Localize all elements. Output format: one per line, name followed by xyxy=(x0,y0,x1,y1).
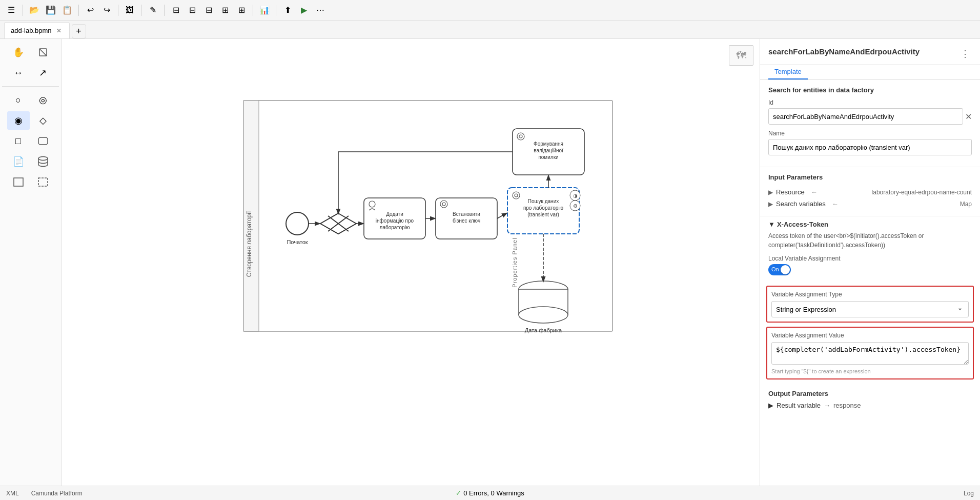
svg-text:лабораторію: лабораторію xyxy=(380,225,410,230)
tool-divider-1 xyxy=(2,86,59,87)
align-right-button[interactable]: ⊟ xyxy=(201,3,216,17)
svg-text:валідаційної: валідаційної xyxy=(534,148,563,153)
x-access-token-chevron: ▼ xyxy=(768,221,775,228)
x-access-token-section: ▼ X-Access-Token Access token of the use… xyxy=(760,216,980,286)
name-input[interactable] xyxy=(768,139,972,155)
separator-7 xyxy=(276,5,276,16)
svg-line-1 xyxy=(39,49,47,56)
search-vars-label: Search variables xyxy=(776,200,826,208)
tool-row-6: 📄 xyxy=(7,152,54,171)
properties-header: searchForLabByNameAndEdrpouActivity ⋮ xyxy=(760,39,980,65)
tab-close-button[interactable]: ✕ xyxy=(55,27,63,35)
rect-round-tool[interactable] xyxy=(32,132,54,150)
tab-template[interactable]: Template xyxy=(768,65,808,79)
properties-tabs: Template xyxy=(760,65,980,80)
svg-rect-24 xyxy=(507,188,579,234)
local-var-row: On xyxy=(768,264,972,275)
errors-status: ✓ 0 Errors, 0 Warnings xyxy=(456,489,524,497)
svg-text:Формування: Формування xyxy=(534,141,563,147)
tab-label: add-lab.bpmn xyxy=(11,27,52,34)
redo-button[interactable]: ↪ xyxy=(99,3,114,17)
run-button[interactable]: ▶ xyxy=(297,3,311,17)
name-label: Name xyxy=(768,130,972,137)
saveas-button[interactable]: 📋 xyxy=(60,3,74,17)
lasso-tool[interactable] xyxy=(32,43,54,62)
svg-text:⚙: ⚙ xyxy=(573,203,578,209)
new-tab-button[interactable]: + xyxy=(72,24,86,38)
save-button[interactable]: 💾 xyxy=(44,3,58,17)
svg-text:про лабораторію: про лабораторію xyxy=(523,205,564,211)
separator-4 xyxy=(141,5,141,16)
xml-label[interactable]: XML xyxy=(6,490,19,497)
resource-row[interactable]: ▶ Resource ← laboratory-equal-edrpou-nam… xyxy=(768,186,972,198)
result-expand-icon: ▶ xyxy=(768,402,773,409)
align-left-button[interactable]: ⊟ xyxy=(169,3,183,17)
undo-button[interactable]: ↩ xyxy=(83,3,97,17)
resource-arrow: ← xyxy=(811,188,818,196)
var-assign-type-select[interactable]: String or Expression List Map xyxy=(771,301,969,317)
id-input[interactable] xyxy=(768,108,963,125)
var-assign-value-label: Variable Assignment Value xyxy=(771,332,969,339)
separator-1 xyxy=(23,5,23,16)
svg-point-3 xyxy=(38,157,48,161)
local-var-label: Local Variable Assignment xyxy=(768,255,972,262)
tool-row-3: ○ ◎ xyxy=(7,91,54,109)
connect-tool[interactable]: ↗ xyxy=(32,64,54,82)
errors-label: 0 Errors, 0 Warnings xyxy=(463,489,524,497)
frame-tool[interactable] xyxy=(7,173,30,191)
input-params-title: Input Parameters xyxy=(768,173,972,181)
statusbar: XML Camunda Platform ✓ 0 Errors, 0 Warni… xyxy=(0,486,980,500)
result-var-row[interactable]: ▶ Result variable → response xyxy=(768,402,972,409)
local-var-toggle[interactable]: On xyxy=(768,264,791,275)
open-button[interactable]: 📂 xyxy=(27,3,42,17)
properties-panel: searchForLabByNameAndEdrpouActivity ⋮ Te… xyxy=(760,39,980,486)
id-label: Id xyxy=(768,99,972,106)
doc-tool[interactable]: 📄 xyxy=(7,152,30,171)
edit-button[interactable]: ✎ xyxy=(146,3,160,17)
space-tool[interactable]: ↔ xyxy=(7,64,30,82)
section-title: Search for entities in data factory xyxy=(768,86,972,94)
x-access-token-label: X-Access-Token xyxy=(777,221,828,228)
distribute-v-button[interactable]: ⊞ xyxy=(218,3,232,17)
x-access-token-collapse[interactable]: ▼ X-Access-Token xyxy=(768,221,972,228)
svg-text:Початок: Початок xyxy=(287,239,308,245)
search-vars-row[interactable]: ▶ Search variables ← Map xyxy=(768,198,972,210)
var-assign-value-section: Variable Assignment Value ${completer('a… xyxy=(766,327,974,379)
result-var-arrow: → xyxy=(824,402,830,409)
id-clear-button[interactable]: ✕ xyxy=(965,112,972,122)
var-assign-type-label: Variable Assignment Type xyxy=(771,291,969,298)
menu-button[interactable]: ☰ xyxy=(4,3,18,17)
hand-tool[interactable]: ✋ xyxy=(7,43,30,62)
separator-2 xyxy=(78,5,79,16)
lasso2-tool[interactable] xyxy=(32,173,54,191)
svg-point-38 xyxy=(519,307,568,323)
svg-line-43 xyxy=(497,213,506,218)
input-params-section: Input Parameters ▶ Resource ← laboratory… xyxy=(760,167,980,216)
image-button[interactable]: 🖼 xyxy=(122,3,137,17)
svg-point-9 xyxy=(286,212,309,235)
svg-text:(transient var): (transient var) xyxy=(527,212,559,217)
align-center-button[interactable]: ⊟ xyxy=(185,3,199,17)
search-vars-expand-icon: ▶ xyxy=(768,201,773,208)
distribute-h-button[interactable]: ⊞ xyxy=(234,3,249,17)
bpmn-canvas[interactable]: 🗺 Створення лабораторії Початок Додати і… xyxy=(62,39,760,486)
rect-tool[interactable]: □ xyxy=(7,132,30,150)
name-row xyxy=(768,139,972,155)
svg-text:Додати: Додати xyxy=(386,211,403,217)
ellipse-tool[interactable]: ◉ xyxy=(7,111,30,130)
db-tool[interactable] xyxy=(32,152,54,171)
more-toolbar-button[interactable]: ⋯ xyxy=(313,3,328,17)
svg-text:Дата фабрика: Дата фабрика xyxy=(525,327,562,333)
properties-more-button[interactable]: ⋮ xyxy=(958,48,972,59)
circle-tool[interactable]: ○ xyxy=(7,91,30,109)
tab-add-lab[interactable]: add-lab.bpmn ✕ xyxy=(4,22,70,38)
var-assign-value-input[interactable]: ${completer('addLabFormActivity').access… xyxy=(771,342,969,365)
circle-thick-tool[interactable]: ◎ xyxy=(32,91,54,109)
log-label[interactable]: Log xyxy=(964,490,974,497)
diamond-tool[interactable]: ◇ xyxy=(32,111,54,130)
resource-label: Resource xyxy=(776,188,805,196)
chart-button[interactable]: 📊 xyxy=(257,3,272,17)
separator-5 xyxy=(164,5,165,16)
upload-button[interactable]: ⬆ xyxy=(280,3,295,17)
tool-row-4: ◉ ◇ xyxy=(7,111,54,130)
